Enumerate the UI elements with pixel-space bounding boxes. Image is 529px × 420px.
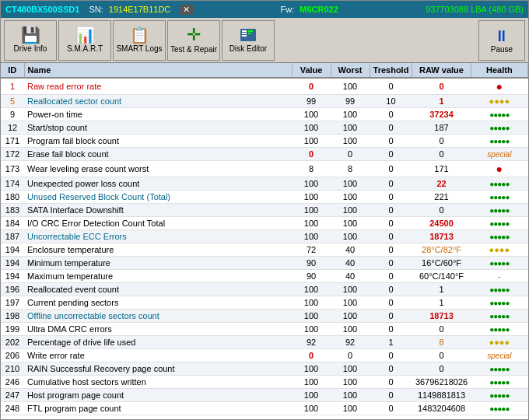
col-header-health: Health bbox=[471, 63, 527, 78]
cell-worst: 100 bbox=[331, 78, 370, 95]
cell-value: 100 bbox=[292, 135, 331, 148]
drive-info-icon: 💾 bbox=[21, 27, 40, 43]
cell-health: special bbox=[471, 148, 527, 161]
cell-name: Unused Reserved Block Count (Total) bbox=[24, 191, 292, 204]
drive-info-button[interactable]: 💾 Drive Info bbox=[4, 20, 57, 61]
pause-label: Pause bbox=[491, 45, 513, 54]
cell-raw: 60°C/140°F bbox=[412, 270, 471, 283]
cell-id: 202 bbox=[1, 336, 24, 349]
cell-health: ●●●●● bbox=[471, 402, 527, 415]
cell-id: 5 bbox=[1, 95, 24, 108]
cell-name: Host program page count bbox=[24, 389, 292, 402]
col-header-name: Name bbox=[24, 63, 292, 78]
cell-worst: 100 bbox=[331, 402, 370, 415]
table-row: 194Maximum temperature9040060°C/140°F- bbox=[1, 270, 528, 283]
cell-threshold: 0 bbox=[370, 148, 412, 161]
cell-health: ●●●●● bbox=[471, 376, 527, 389]
cell-raw: 0 bbox=[412, 349, 471, 362]
cell-threshold: 0 bbox=[370, 243, 412, 257]
col-header-raw: RAW value bbox=[412, 63, 471, 78]
cell-threshold: 0 bbox=[370, 135, 412, 148]
cell-raw: 0 bbox=[412, 204, 471, 217]
fw-label: Fw: bbox=[281, 5, 295, 14]
smart-table-container[interactable]: ID Name Value Worst Treshold RAW value H… bbox=[1, 63, 528, 419]
table-row: 9Power-on time100100037234●●●●● bbox=[1, 108, 528, 121]
cell-value: 0 bbox=[292, 148, 331, 161]
cell-id: 196 bbox=[1, 283, 24, 296]
cell-threshold: 0 bbox=[370, 177, 412, 191]
table-row: 199Ultra DMA CRC errors10010000●●●●● bbox=[1, 323, 528, 336]
cell-raw: 1 bbox=[412, 283, 471, 296]
cell-id: 248 bbox=[1, 402, 24, 415]
cell-value: 90 bbox=[292, 270, 331, 283]
cell-worst: 100 bbox=[331, 230, 370, 243]
disk-editor-button[interactable]: Disk Editor bbox=[222, 20, 275, 61]
smart-icon: 📊 bbox=[75, 27, 95, 43]
drive-info-label: Drive Info bbox=[14, 44, 47, 53]
cell-worst: 100 bbox=[331, 108, 370, 121]
sn-label: SN: 1914E17B11DC bbox=[89, 5, 170, 14]
cell-name: Power-on time bbox=[24, 108, 292, 121]
cell-worst: 100 bbox=[331, 310, 370, 323]
table-row: 194Minimum temperature9040016°C/60°F●●●●… bbox=[1, 257, 528, 270]
cell-name: RAIN Successful Recovery page count bbox=[24, 362, 292, 376]
cell-value: 100 bbox=[292, 191, 331, 204]
smart-logs-button[interactable]: 📋 SMART Logs bbox=[113, 20, 166, 61]
table-row: 5Reallocated sector count9999101●●●● bbox=[1, 95, 528, 108]
cell-name: Minimum temperature bbox=[24, 257, 292, 270]
cell-value: 100 bbox=[292, 323, 331, 336]
table-row: 180Unused Reserved Block Count (Total)10… bbox=[1, 191, 528, 204]
cell-health: ●●●●● bbox=[471, 389, 527, 402]
cell-worst: 99 bbox=[331, 95, 370, 108]
cell-health: ●●●● bbox=[471, 95, 527, 108]
cell-value: 100 bbox=[292, 283, 331, 296]
smart-logs-icon: 📋 bbox=[130, 27, 149, 43]
svg-rect-5 bbox=[248, 33, 251, 34]
cell-threshold: 0 bbox=[370, 257, 412, 270]
cell-raw: 1149881813 bbox=[412, 389, 471, 402]
cell-id: 199 bbox=[1, 323, 24, 336]
cell-health: ●●●●● bbox=[471, 230, 527, 243]
cell-raw: 8 bbox=[412, 336, 471, 349]
cell-value: 0 bbox=[292, 349, 331, 362]
cell-id: 206 bbox=[1, 349, 24, 362]
cell-id: 1 bbox=[1, 78, 24, 95]
cell-raw: 37234 bbox=[412, 108, 471, 121]
fw-value: M6CR022 bbox=[300, 5, 338, 14]
cell-value: 100 bbox=[292, 177, 331, 191]
close-icon[interactable]: ✕ bbox=[180, 5, 193, 15]
cell-threshold: 0 bbox=[370, 161, 412, 177]
cell-health: ●●●● bbox=[471, 243, 527, 257]
cell-worst: 100 bbox=[331, 177, 370, 191]
cell-name: Erase fail block count bbox=[24, 148, 292, 161]
cell-id: 183 bbox=[1, 204, 24, 217]
table-row: 247Host program page count10010001149881… bbox=[1, 389, 528, 402]
cell-id: 187 bbox=[1, 230, 24, 243]
disk-editor-label: Disk Editor bbox=[229, 44, 267, 53]
test-repair-label: Test & Repair bbox=[170, 45, 217, 54]
cell-value: 92 bbox=[292, 336, 331, 349]
cell-threshold: 0 bbox=[370, 217, 412, 230]
cell-raw: 0 bbox=[412, 362, 471, 376]
cell-value: 100 bbox=[292, 362, 331, 376]
smart-logs-label: SMART Logs bbox=[116, 44, 162, 53]
cell-raw: 16°C/60°F bbox=[412, 257, 471, 270]
table-row: 202Percentage of drive life used929218●●… bbox=[1, 336, 528, 349]
table-row: 174Unexpected power loss count100100022●… bbox=[1, 177, 528, 191]
cell-threshold: 0 bbox=[370, 362, 412, 376]
toolbar: 💾 Drive Info 📊 S.M.A.R.T 📋 SMART Logs ✛ … bbox=[1, 18, 528, 63]
cell-health: special bbox=[471, 349, 527, 362]
cell-name: Ultra DMA CRC errors bbox=[24, 323, 292, 336]
cell-value: 100 bbox=[292, 310, 331, 323]
pause-button[interactable]: ⏸ Pause bbox=[478, 20, 525, 61]
cell-name: Unexpected power loss count bbox=[24, 177, 292, 191]
smart-button[interactable]: 📊 S.M.A.R.T bbox=[58, 20, 111, 61]
cell-value: 99 bbox=[292, 95, 331, 108]
cell-id: 173 bbox=[1, 161, 24, 177]
table-row: 198Offline uncorrectable sectors count10… bbox=[1, 310, 528, 323]
test-repair-button[interactable]: ✛ Test & Repair bbox=[167, 20, 220, 61]
cell-name: Reallocated sector count bbox=[24, 95, 292, 108]
cell-raw: 36796218026 bbox=[412, 376, 471, 389]
table-row: 196Reallocated event count10010001●●●●● bbox=[1, 283, 528, 296]
cell-name: Reallocated event count bbox=[24, 283, 292, 296]
